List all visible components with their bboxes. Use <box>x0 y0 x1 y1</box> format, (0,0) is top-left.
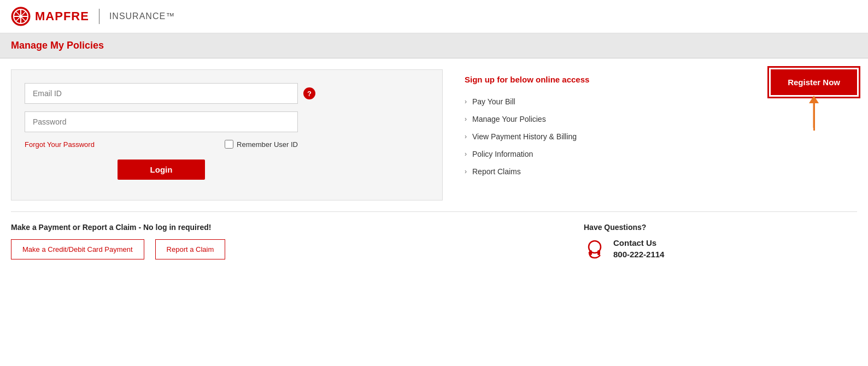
chevron-icon: › <box>465 115 467 123</box>
chevron-icon: › <box>465 150 467 158</box>
help-icon[interactable]: ? <box>303 87 315 99</box>
headset-icon <box>584 238 606 260</box>
chevron-icon: › <box>465 168 467 175</box>
chevron-icon: › <box>465 98 467 105</box>
page-title: Manage My Policies <box>11 40 857 51</box>
logo-insurance: INSURANCE™ <box>109 11 175 21</box>
logo-brand: MAPFRE <box>35 9 89 23</box>
list-item: › Manage Your Policies <box>465 110 749 128</box>
remember-text: Remember User ID <box>237 140 298 149</box>
payment-section: Make a Payment or Report a Claim - No lo… <box>11 223 562 259</box>
list-item-label: View Payment History & Billing <box>472 132 577 141</box>
list-item: › Report Claims <box>465 163 749 180</box>
register-column: Register Now <box>771 69 857 200</box>
signup-title: Sign up for below online access <box>465 75 749 84</box>
list-item-label: Manage Your Policies <box>472 115 546 123</box>
remember-checkbox[interactable] <box>225 140 233 149</box>
page-title-bar: Manage My Policies <box>0 33 868 58</box>
list-item-label: Report Claims <box>472 167 521 176</box>
contact-us-label: Contact Us <box>613 238 664 247</box>
questions-section: Have Questions? Contact Us 800-222-2114 <box>584 223 770 260</box>
make-payment-button[interactable]: Make a Credit/Debit Card Payment <box>11 239 144 259</box>
email-input[interactable] <box>25 83 298 104</box>
list-item: › Pay Your Bill <box>465 93 749 110</box>
signup-list: › Pay Your Bill › Manage Your Policies ›… <box>465 93 749 180</box>
list-item-label: Pay Your Bill <box>472 97 515 106</box>
arrow-shaft <box>813 103 815 131</box>
login-btn-row: Login <box>25 160 298 180</box>
svg-rect-4 <box>597 250 600 255</box>
mapfre-logo-icon <box>11 7 31 26</box>
password-input[interactable] <box>25 111 298 132</box>
header: MAPFRE INSURANCE™ <box>0 0 868 33</box>
password-wrapper <box>25 111 429 132</box>
login-options-row: Forgot Your Password Remember User ID <box>25 140 298 149</box>
questions-title: Have Questions? <box>584 223 770 232</box>
list-item: › Policy Information <box>465 145 749 163</box>
bottom-section: Make a Payment or Report a Claim - No lo… <box>0 212 868 271</box>
report-claim-button[interactable]: Report a Claim <box>155 239 226 259</box>
main-content: ? Forgot Your Password Remember User ID … <box>0 58 868 211</box>
payment-title: Make a Payment or Report a Claim - No lo… <box>11 223 562 232</box>
arrow-head <box>809 96 819 103</box>
payment-buttons: Make a Credit/Debit Card Payment Report … <box>11 239 562 259</box>
signup-section: Sign up for below online access › Pay Yo… <box>465 69 749 200</box>
login-section: ? Forgot Your Password Remember User ID … <box>11 69 443 200</box>
email-wrapper: ? <box>25 83 429 104</box>
logo-container: MAPFRE INSURANCE™ <box>11 7 175 26</box>
list-item: › View Payment History & Billing <box>465 128 749 145</box>
chevron-icon: › <box>465 133 467 140</box>
forgot-password-link[interactable]: Forgot Your Password <box>25 140 95 149</box>
register-now-button[interactable]: Register Now <box>771 69 857 95</box>
login-button[interactable]: Login <box>118 160 206 180</box>
contact-phone: 800-222-2114 <box>613 250 664 259</box>
list-item-label: Policy Information <box>472 150 533 158</box>
logo-divider <box>99 9 99 24</box>
contact-info: Contact Us 800-222-2114 <box>613 238 664 259</box>
contact-row: Contact Us 800-222-2114 <box>584 238 770 260</box>
remember-label[interactable]: Remember User ID <box>225 140 298 149</box>
register-wrapper: Register Now <box>771 69 857 95</box>
